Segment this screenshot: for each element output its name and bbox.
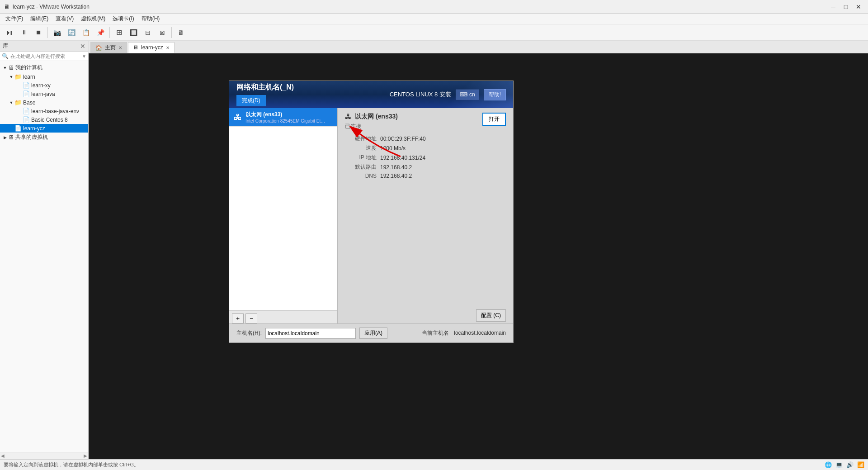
toolbar: ⏯ ⏸ ⏹ 📷 🔄 📋 📌 ⊞ 🔲 ⊟ ⊠ 🖥 — [0, 24, 868, 41]
title-bar: 🖥 learn-ycz - VMware Workstation ─ □ ✕ — [0, 0, 868, 14]
vm-dialog-header: 网络和主机名(_N) 完成(D) CENTOS LINUX 8 安装 ⌨ cn … — [229, 81, 513, 108]
menu-bar: 文件(F) 编辑(E) 查看(V) 虚拟机(M) 选项卡(I) 帮助(H) — [0, 14, 868, 24]
vm-dns-value: 192.168.40.2 — [380, 173, 412, 179]
tab-home-close[interactable]: ✕ — [118, 45, 122, 50]
vm-device-ens33[interactable]: 🖧 以太网 (ens33) Intel Corporation 82545EM … — [229, 108, 337, 127]
toolbar-sep2 — [109, 27, 110, 38]
toolbar-snap2-btn[interactable]: 📋 — [79, 26, 93, 39]
sidebar-item-shared-vms[interactable]: ▶ 🖥 共享的虚拟机 — [0, 133, 88, 142]
sidebar-label-learn-java: learn-java — [31, 91, 55, 97]
tab-learn-ycz[interactable]: 🖥 learn-ycz ✕ — [128, 42, 175, 53]
tab-vm-icon: 🖥 — [133, 44, 138, 51]
folder-icon: 📁 — [14, 73, 22, 80]
vm-hostname-label: 主机名(H): — [236, 329, 262, 337]
sidebar-item-learn-java[interactable]: 📄 learn-java — [0, 90, 88, 98]
search-icon: 🔍 — [2, 53, 9, 59]
close-button[interactable]: ✕ — [853, 2, 864, 11]
vm-dns-label: DNS — [345, 173, 377, 179]
maximize-button[interactable]: □ — [840, 2, 852, 11]
sidebar-item-basic-centos8[interactable]: 📄 Basic Centos 8 — [0, 115, 88, 124]
vm-configure-button[interactable]: 配置 (C) — [476, 309, 506, 322]
sidebar-scrollbar[interactable]: ◀ ▶ — [0, 452, 88, 459]
vm-icon: 📄 — [14, 125, 22, 132]
toolbar-sep3 — [171, 27, 172, 38]
menu-vm[interactable]: 虚拟机(M) — [77, 14, 109, 24]
menu-edit[interactable]: 编辑(E) — [27, 14, 52, 24]
vm-device-info: 以太网 (ens33) Intel Corporation 82545EM Gi… — [245, 111, 327, 123]
sidebar-title: 库 — [3, 42, 8, 50]
tab-vm-close[interactable]: ✕ — [166, 45, 170, 50]
vm-device-list-empty — [229, 127, 337, 310]
vm-hostname-area: 主机名(H): 应用(A) 当前主机名 localhost.localdomai… — [229, 323, 513, 342]
menu-view[interactable]: 查看(V) — [52, 14, 77, 24]
tab-vm-label: learn-ycz — [141, 44, 163, 51]
vm-dialog-title: 网络和主机名(_N) 完成(D) — [236, 83, 294, 106]
toolbar-pause-btn[interactable]: ⏸ — [17, 26, 31, 39]
sidebar-tree: ▼ 🖥 我的计算机 ▼ 📁 learn 📄 learn-xy 📄 learn-j… — [0, 61, 88, 452]
toolbar-ctrlaltdel-btn[interactable]: 🖥 — [174, 26, 188, 39]
toolbar-fullscreen-btn[interactable]: ⊞ — [112, 26, 126, 39]
vm-ip-label: IP 地址 — [345, 154, 377, 161]
toolbar-revert-btn[interactable]: 📷 — [50, 26, 64, 39]
menu-tabs[interactable]: 选项卡(I) — [109, 14, 137, 24]
shared-icon: 🖥 — [8, 134, 14, 141]
toolbar-unity-btn[interactable]: 🔲 — [127, 26, 140, 39]
vm-lang-text: cn — [469, 91, 475, 98]
content-wrapper: 🏠 主页 ✕ 🖥 learn-ycz ✕ 网络和主机名(_N) — [89, 41, 868, 459]
sidebar-label-learn-xy: learn-xy — [31, 82, 51, 89]
vm-ip-value: 192.168.40.131/24 — [380, 155, 425, 161]
window-controls: ─ □ ✕ — [827, 2, 864, 11]
sidebar-item-learn-xy[interactable]: 📄 learn-xy — [0, 81, 88, 90]
vm-current-hostname-container: 当前主机名 localhost.localdomain — [422, 329, 506, 337]
scroll-left-icon[interactable]: ◀ — [1, 453, 5, 458]
vm-speed-label: 速度 — [345, 144, 377, 152]
vm-open-button[interactable]: 打开 — [482, 113, 506, 126]
sidebar-label-learn-ycz: learn-ycz — [23, 125, 45, 132]
vm-done-button[interactable]: 完成(D) — [236, 95, 266, 106]
toolbar-snap3-btn[interactable]: 📌 — [94, 26, 107, 39]
vm-dialog-body: 🖧 以太网 (ens33) Intel Corporation 82545EM … — [229, 108, 513, 326]
menu-help[interactable]: 帮助(H) — [138, 14, 164, 24]
sidebar-item-learn-folder[interactable]: ▼ 📁 learn — [0, 72, 88, 81]
search-input[interactable] — [10, 53, 82, 59]
sidebar-label-learn-base-java-env: learn-base-java-env — [31, 108, 79, 114]
toolbar-view3-btn[interactable]: ⊠ — [156, 26, 169, 39]
menu-file[interactable]: 文件(F) — [2, 14, 27, 24]
vm-gateway-row: 默认路由 192.168.40.2 — [345, 163, 506, 171]
tab-home[interactable]: 🏠 主页 ✕ — [90, 42, 127, 53]
vm-help-button[interactable]: 帮助! — [484, 89, 506, 100]
vm-speed-value: 1000 Mb/s — [380, 145, 406, 152]
sidebar-close-button[interactable]: ✕ — [80, 43, 85, 50]
sidebar-item-my-computer[interactable]: ▼ 🖥 我的计算机 — [0, 63, 88, 72]
vm-mac-value: 00:0C:29:3F:FF:40 — [380, 136, 426, 142]
sidebar-label-shared-vms: 共享的虚拟机 — [15, 133, 48, 141]
vm-language-selector[interactable]: ⌨ cn — [456, 90, 479, 100]
scroll-right-icon[interactable]: ▶ — [84, 453, 87, 458]
vm-icon: 📄 — [23, 90, 30, 97]
vm-mac-label: 硬件地址 — [345, 135, 377, 142]
toolbar-sep1 — [47, 27, 48, 38]
toolbar-snapshot-btn[interactable]: 🔄 — [65, 26, 78, 39]
vm-hostname-input[interactable] — [265, 328, 356, 339]
sidebar-item-learn-ycz[interactable]: 📄 learn-ycz — [0, 124, 88, 133]
vm-remove-device-button[interactable]: − — [245, 313, 257, 323]
minimize-button[interactable]: ─ — [827, 2, 839, 11]
vm-right-title-text: 以太网 (ens33) — [355, 113, 398, 121]
vm-speed-row: 速度 1000 Mb/s — [345, 144, 506, 152]
toolbar-stop-btn[interactable]: ⏹ — [32, 26, 45, 39]
main-layout: 库 ✕ 🔍 ▼ ▼ 🖥 我的计算机 ▼ 📁 learn 📄 — [0, 41, 868, 459]
content-area[interactable]: 网络和主机名(_N) 完成(D) CENTOS LINUX 8 安装 ⌨ cn … — [89, 53, 868, 459]
sidebar-item-learn-base-java-env[interactable]: 📄 learn-base-java-env — [0, 107, 88, 115]
search-dropdown-icon[interactable]: ▼ — [82, 54, 86, 59]
vm-apply-button[interactable]: 应用(A) — [359, 328, 387, 339]
tab-home-label: 主页 — [105, 44, 116, 52]
network-icon: 🖧 — [234, 113, 242, 122]
sidebar-item-base-folder[interactable]: ▼ 📁 Base — [0, 98, 88, 107]
sidebar-label-basic-centos8: Basic Centos 8 — [31, 117, 68, 123]
app-icon: 🖥 — [4, 3, 10, 10]
toolbar-view2-btn[interactable]: ⊟ — [141, 26, 155, 39]
toolbar-power-btn[interactable]: ⏯ — [3, 26, 16, 39]
vm-header-title-text: 网络和主机名(_N) — [236, 83, 294, 92]
vm-dns-row: DNS 192.168.40.2 — [345, 173, 506, 179]
vm-add-device-button[interactable]: + — [232, 313, 244, 323]
